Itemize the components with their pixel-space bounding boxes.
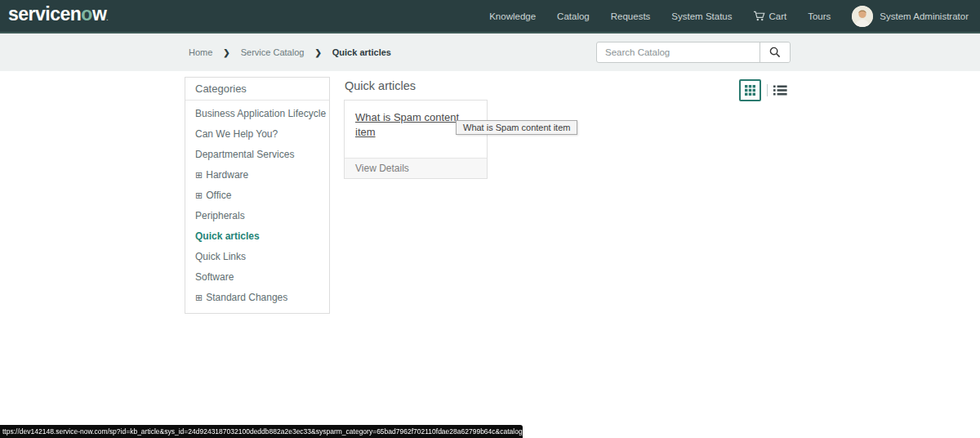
search-button[interactable] xyxy=(760,42,790,62)
category-can-we-help-you[interactable]: ⊞Can We Help You? xyxy=(185,124,329,145)
page-content: Categories ⊞Business Application Lifecyc… xyxy=(0,71,980,436)
grid-view-icon xyxy=(745,85,755,96)
user-name: System Administrator xyxy=(880,11,969,21)
breadcrumb-bar: Home❯Service Catalog❯Quick articles xyxy=(0,34,980,71)
view-toggle xyxy=(739,79,787,101)
header-nav: Knowledge Catalog Requests System Status xyxy=(489,11,831,21)
category-peripherals[interactable]: ⊞Peripherals xyxy=(185,206,329,226)
category-departmental-services[interactable]: ⊞Departmental Services xyxy=(185,145,329,165)
breadcrumb-item-quick-articles: Quick articles xyxy=(332,47,391,57)
logo-green-o: o xyxy=(81,3,92,25)
expand-plus-icon: ⊞ xyxy=(195,170,203,180)
list-view-icon xyxy=(773,85,787,96)
top-nav: servicenow. Knowledge Catalog Requests xyxy=(0,0,980,34)
search-icon xyxy=(769,47,781,58)
breadcrumb: Home❯Service Catalog❯Quick articles xyxy=(189,34,391,71)
categories-title: Categories xyxy=(185,78,329,101)
category-business-application-lifecycle-manage[interactable]: ⊞Business Application Lifecycle Manage..… xyxy=(185,104,329,124)
expand-plus-icon: ⊞ xyxy=(195,293,203,302)
categories-panel: Categories ⊞Business Application Lifecyc… xyxy=(185,77,330,314)
page-title: Quick articles xyxy=(345,78,687,93)
nav-item-tours[interactable]: Tours xyxy=(808,11,831,21)
view-toggle-divider xyxy=(767,84,768,96)
catalog-search xyxy=(596,42,791,63)
category-quick-links[interactable]: ⊞Quick Links xyxy=(185,247,329,267)
logo-text-1: servicen xyxy=(8,3,81,25)
chevron-right-icon: ❯ xyxy=(314,48,321,57)
user-menu[interactable]: System Administrator xyxy=(852,6,969,27)
category-software[interactable]: ⊞Software xyxy=(185,267,329,288)
user-avatar-icon xyxy=(852,6,873,27)
link-tooltip: What is Spam content item xyxy=(456,120,577,135)
category-standard-changes[interactable]: ⊞Standard Changes xyxy=(185,288,329,308)
logo-trademark: . xyxy=(106,15,108,22)
chevron-right-icon: ❯ xyxy=(223,48,229,57)
breadcrumb-item-service-catalog[interactable]: Service Catalog xyxy=(241,47,305,57)
nav-item-catalog[interactable]: Catalog xyxy=(557,11,590,21)
category-quick-articles[interactable]: ⊞Quick articles xyxy=(185,226,329,247)
cart-icon xyxy=(753,11,765,21)
servicenow-logo[interactable]: servicenow. xyxy=(8,0,108,35)
nav-item-system-status[interactable]: System Status xyxy=(671,11,732,21)
catalog-item-card: What is Spam content item View Details xyxy=(344,100,488,179)
categories-list: ⊞Business Application Lifecycle Manage..… xyxy=(185,101,329,313)
item-link[interactable]: What is Spam content item xyxy=(355,111,459,138)
nav-item-requests[interactable]: Requests xyxy=(611,11,651,21)
list-view-button[interactable] xyxy=(773,85,787,96)
search-input[interactable] xyxy=(597,42,760,62)
category-office[interactable]: ⊞Office xyxy=(185,185,329,206)
breadcrumb-item-home[interactable]: Home xyxy=(189,47,212,57)
grid-view-button[interactable] xyxy=(739,79,761,101)
logo-text-2: w xyxy=(92,3,106,25)
category-hardware[interactable]: ⊞Hardware xyxy=(185,165,329,185)
expand-plus-icon: ⊞ xyxy=(195,190,203,200)
status-url-bar: ttps://dev142148.service-now.com/sp?id=k… xyxy=(0,425,523,438)
view-details-button[interactable]: View Details xyxy=(345,158,487,178)
nav-item-cart[interactable]: Cart xyxy=(753,11,786,21)
nav-item-knowledge[interactable]: Knowledge xyxy=(489,11,536,21)
